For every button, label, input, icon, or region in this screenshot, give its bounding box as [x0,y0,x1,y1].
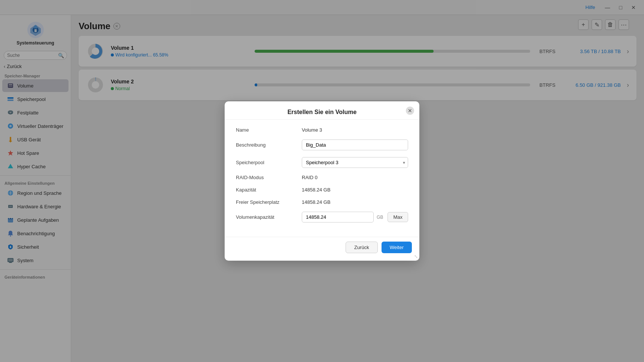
capacity-row: GB Max [302,212,408,223]
modal-footer: Zurück Weiter [225,237,419,261]
kapazitaet-label: Kapazität [236,187,296,193]
freier-label: Freier Speicherplatz [236,199,296,205]
freier-value: 14858.24 GB [302,199,408,205]
speicherpool-select[interactable]: Speicherpool 1 Speicherpool 2 Speicherpo… [302,157,408,168]
name-value: Volume 3 [302,127,408,133]
beschreibung-input[interactable] [302,139,408,150]
modal-body: Name Volume 3 Beschreibung Speicherpool … [225,120,419,237]
modal-overlay: Erstellen Sie ein Volume ✕ Name Volume 3… [0,0,644,362]
kapazitaet-value: 14858.24 GB [302,187,408,193]
back-modal-button[interactable]: Zurück [346,242,378,253]
form-row-name: Name Volume 3 [236,127,408,133]
speicherpool-field-label: Speicherpool [236,160,296,165]
modal-close-button[interactable]: ✕ [406,107,414,115]
form-row-beschreibung: Beschreibung [236,139,408,150]
beschreibung-label: Beschreibung [236,142,296,148]
next-modal-button[interactable]: Weiter [382,242,412,253]
raid-value: RAID 0 [302,175,408,180]
modal-title: Erstellen Sie ein Volume [225,101,419,120]
raid-label: RAID-Modus [236,175,296,180]
max-button[interactable]: Max [388,212,408,222]
create-volume-modal: Erstellen Sie ein Volume ✕ Name Volume 3… [225,101,419,261]
volumenkapazitaet-label: Volumenkapazität [236,214,296,220]
name-label: Name [236,127,296,133]
form-row-speicherpool: Speicherpool Speicherpool 1 Speicherpool… [236,157,408,168]
speicherpool-select-wrapper: Speicherpool 1 Speicherpool 2 Speicherpo… [302,157,408,168]
form-row-kapazitaet: Kapazität 14858.24 GB [236,187,408,193]
capacity-unit: GB [377,215,383,220]
volume-capacity-input[interactable] [302,212,374,223]
form-row-volumenkapazitaet: Volumenkapazität GB Max [236,212,408,223]
resize-handle[interactable]: ⤡ [414,254,418,259]
form-row-raid: RAID-Modus RAID 0 [236,175,408,180]
form-row-freier: Freier Speicherplatz 14858.24 GB [236,199,408,205]
